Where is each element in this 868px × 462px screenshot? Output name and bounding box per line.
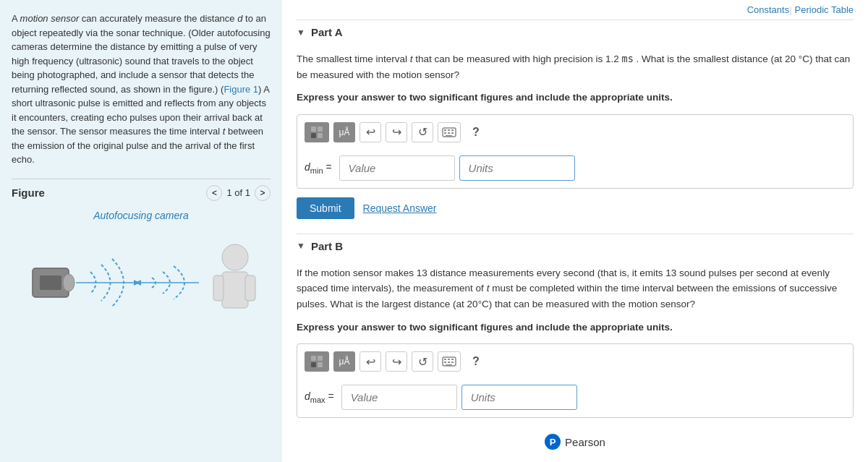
- svg-rect-18: [451, 129, 454, 131]
- svg-rect-9: [213, 275, 224, 301]
- figure-page: 1 of 1: [226, 187, 250, 198]
- svg-marker-6: [135, 280, 141, 286]
- svg-rect-20: [448, 132, 450, 134]
- figure-prev-button[interactable]: <: [206, 185, 222, 201]
- reset-button-a[interactable]: ↺: [412, 122, 433, 142]
- part-b-content: If the motion sensor makes 13 distance m…: [297, 258, 854, 453]
- part-b-answer-box: μÅ ↩ ↪ ↺: [297, 343, 854, 418]
- part-a-header[interactable]: ▼ Part A: [297, 20, 854, 44]
- figure-title: Figure: [12, 187, 45, 199]
- svg-rect-29: [448, 359, 450, 360]
- help-button-b[interactable]: ?: [465, 351, 487, 372]
- svg-rect-12: [318, 127, 323, 132]
- figure-section: Figure < 1 of 1 > Autofocusing camera: [12, 179, 271, 322]
- svg-rect-33: [451, 362, 454, 363]
- matrix-button-b[interactable]: [305, 351, 329, 372]
- svg-rect-21: [451, 132, 454, 134]
- right-panel: Constants | Periodic Table ▼ Part A The …: [282, 0, 868, 462]
- part-b-header[interactable]: ▼ Part B: [297, 234, 854, 258]
- part-a-units-input[interactable]: [459, 155, 575, 181]
- pearson-footer: P Pearson: [297, 427, 854, 453]
- top-bar-separator: |: [789, 4, 791, 15]
- svg-point-7: [222, 244, 248, 270]
- part-b-input-row: dmax =: [305, 385, 846, 410]
- svg-rect-19: [444, 132, 446, 134]
- svg-rect-22: [446, 135, 452, 137]
- svg-rect-32: [448, 362, 450, 363]
- svg-rect-1: [40, 275, 61, 290]
- camera-diagram: [18, 228, 264, 322]
- redo-button-a[interactable]: ↪: [386, 122, 407, 142]
- part-a-arrow: ▼: [297, 27, 305, 38]
- redo-button-b[interactable]: ↪: [386, 351, 407, 372]
- pearson-logo: P: [545, 434, 561, 450]
- svg-rect-16: [444, 129, 446, 131]
- part-b-units-input[interactable]: [461, 385, 577, 410]
- part-b-instruction: Express your answer to two significant f…: [297, 320, 854, 335]
- svg-rect-13: [311, 133, 316, 138]
- svg-rect-30: [451, 359, 454, 360]
- part-a-answer-box: μÅ ↩ ↪ ↺: [297, 114, 854, 189]
- undo-button-b[interactable]: ↩: [359, 351, 381, 372]
- part-a-input-row: dmin =: [305, 155, 846, 181]
- figure-next-button[interactable]: >: [255, 185, 271, 201]
- figure-image: Autofocusing camera: [12, 210, 271, 322]
- undo-button-a[interactable]: ↩: [359, 122, 381, 142]
- svg-rect-8: [222, 272, 248, 308]
- part-b-value-input[interactable]: [341, 385, 457, 410]
- svg-rect-26: [318, 362, 323, 367]
- svg-rect-11: [311, 127, 316, 132]
- part-b-question: If the motion sensor makes 13 distance m…: [297, 265, 854, 312]
- svg-rect-34: [446, 364, 452, 366]
- part-a-label: Part A: [311, 26, 343, 38]
- part-a-question: The smallest time interval t that can be…: [297, 51, 854, 82]
- svg-rect-14: [318, 133, 323, 138]
- help-button-a[interactable]: ?: [465, 122, 487, 142]
- symbol-button-b[interactable]: μÅ: [333, 351, 355, 372]
- description-text: A motion sensor can accurately measure t…: [12, 12, 271, 167]
- figure-nav: < 1 of 1 >: [206, 185, 271, 201]
- part-b-label: Part B: [311, 240, 343, 252]
- figure-caption: Autofocusing camera: [93, 210, 189, 221]
- part-a-submit-button[interactable]: Submit: [297, 197, 354, 219]
- part-a-instruction: Express your answer to two significant f…: [297, 90, 854, 106]
- keyboard-button-a[interactable]: [438, 122, 461, 142]
- part-b-input-label: dmax =: [305, 390, 334, 404]
- svg-rect-17: [448, 129, 450, 131]
- part-a-toolbar: μÅ ↩ ↪ ↺: [305, 122, 846, 148]
- figure-link[interactable]: Figure 1: [224, 84, 258, 95]
- svg-rect-24: [318, 356, 323, 361]
- reset-button-b[interactable]: ↺: [412, 351, 433, 372]
- part-a-section: ▼ Part A The smallest time interval t th…: [297, 20, 854, 219]
- figure-header: Figure < 1 of 1 >: [12, 179, 271, 201]
- matrix-button-a[interactable]: [305, 122, 329, 142]
- part-a-input-label: dmin =: [305, 161, 332, 175]
- svg-point-2: [63, 274, 75, 291]
- part-b-toolbar: μÅ ↩ ↪ ↺: [305, 351, 846, 377]
- periodic-table-link[interactable]: Periodic Table: [795, 4, 854, 15]
- svg-rect-10: [245, 275, 255, 301]
- part-a-submit-row: Submit Request Answer: [297, 197, 854, 219]
- part-b-section: ▼ Part B If the motion sensor makes 13 d…: [297, 234, 854, 453]
- svg-rect-28: [444, 359, 446, 360]
- constants-link[interactable]: Constants: [747, 4, 790, 15]
- top-bar: Constants | Periodic Table: [297, 0, 854, 20]
- svg-rect-23: [311, 356, 316, 361]
- part-a-request-button[interactable]: Request Answer: [363, 202, 437, 214]
- svg-rect-31: [444, 362, 446, 363]
- symbol-button-a[interactable]: μÅ: [333, 122, 355, 142]
- part-a-value-input[interactable]: [339, 155, 455, 181]
- svg-rect-25: [311, 362, 316, 367]
- pearson-label: Pearson: [565, 436, 605, 448]
- part-b-arrow: ▼: [297, 241, 305, 251]
- keyboard-button-b[interactable]: [438, 351, 461, 372]
- left-panel: A motion sensor can accurately measure t…: [0, 0, 282, 462]
- part-a-content: The smallest time interval t that can be…: [297, 44, 854, 219]
